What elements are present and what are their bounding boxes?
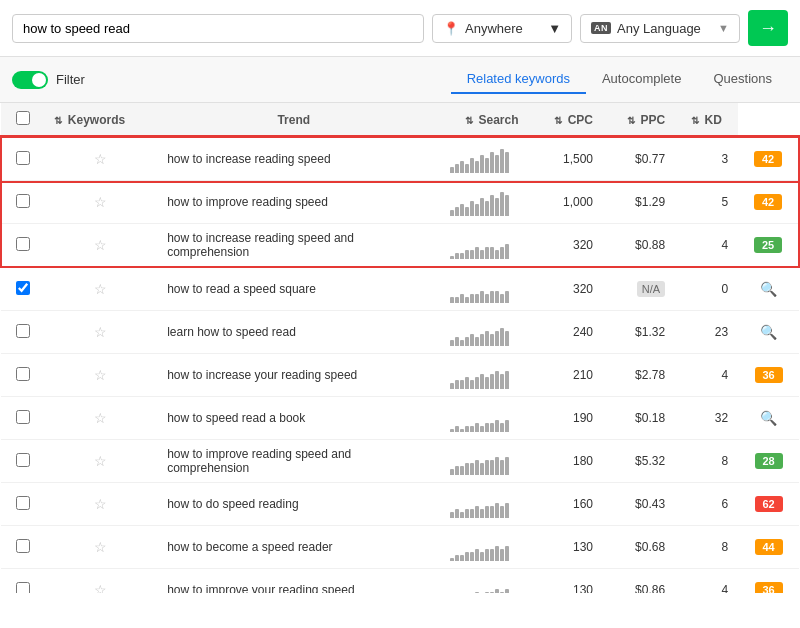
table-row: ☆how to improve reading speed1,000$1.295… [1,181,799,224]
keyword-cell: how to increase reading speed and compre… [157,224,430,268]
table-row: ☆how to do speed reading160$0.43662 [1,483,799,526]
star-icon[interactable]: ☆ [44,224,157,268]
star-icon[interactable]: ☆ [44,311,157,354]
search-volume-cell: 180 [529,440,604,483]
star-icon[interactable]: ☆ [44,440,157,483]
row-checkbox[interactable] [16,410,30,424]
keywords-table: ⇅ Keywords Trend ⇅ Search ⇅ CPC ⇅ PPC [0,103,800,593]
ppc-cell: 4 [675,569,738,594]
ppc-cell: 8 [675,526,738,569]
tab-autocomplete[interactable]: Autocomplete [586,65,698,94]
ppc-cell: 8 [675,440,738,483]
trend-cell [430,137,528,181]
star-icon[interactable]: ☆ [44,267,157,311]
tab-questions[interactable]: Questions [697,65,788,94]
header-cpc[interactable]: ⇅ CPC [529,103,604,137]
select-all-checkbox[interactable] [16,111,30,125]
cpc-cell: N/A [603,267,675,311]
ppc-cell: 4 [675,224,738,268]
top-bar: 📍 Anywhere ▼ AN Any Language ▼ → [0,0,800,57]
row-checkbox[interactable] [16,237,30,251]
location-dropdown[interactable]: 📍 Anywhere ▼ [432,14,572,43]
star-icon[interactable]: ☆ [44,137,157,181]
chevron-down-icon: ▼ [548,21,561,36]
kd-badge: 42 [754,151,782,167]
search-input[interactable] [23,21,413,36]
kd-cell: 28 [738,440,799,483]
ppc-cell: 6 [675,483,738,526]
table-row: ☆how to read a speed square320N/A0🔍 [1,267,799,311]
language-icon: AN [591,22,611,34]
kd-badge: 36 [755,582,783,593]
row-checkbox[interactable] [16,281,30,295]
header-kd[interactable]: ⇅ KD [675,103,738,137]
kd-search-icon: 🔍 [760,410,777,426]
star-icon[interactable]: ☆ [44,354,157,397]
table-row: ☆how to improve reading speed and compre… [1,440,799,483]
keyword-cell: how to increase your reading speed [157,354,430,397]
search-volume-cell: 240 [529,311,604,354]
cpc-cell: $1.29 [603,181,675,224]
keyword-cell: how to improve your reading speed [157,569,430,594]
kd-search-icon: 🔍 [760,281,777,297]
tab-related-keywords[interactable]: Related keywords [451,65,586,94]
cpc-cell: $0.88 [603,224,675,268]
trend-cell [430,181,528,224]
star-icon[interactable]: ☆ [44,397,157,440]
header-checkbox-cell[interactable] [1,103,44,137]
trend-cell [430,311,528,354]
row-checkbox[interactable] [16,324,30,338]
star-icon[interactable]: ☆ [44,526,157,569]
filter-bar: Filter Related keywords Autocomplete Que… [0,57,800,103]
header-search[interactable]: ⇅ Search [430,103,528,137]
row-checkbox[interactable] [16,582,30,594]
row-checkbox[interactable] [16,151,30,165]
kd-cell: 25 [738,224,799,268]
trend-cell [430,354,528,397]
search-input-wrap[interactable] [12,14,424,43]
kd-cell: 42 [738,137,799,181]
arrow-right-icon: → [759,18,777,39]
cpc-cell: $5.32 [603,440,675,483]
cpc-cell: $1.32 [603,311,675,354]
ppc-cell: 4 [675,354,738,397]
row-checkbox[interactable] [16,194,30,208]
kd-badge: 25 [754,237,782,253]
language-dropdown[interactable]: AN Any Language ▼ [580,14,740,43]
cpc-cell: $0.43 [603,483,675,526]
row-checkbox[interactable] [16,453,30,467]
table-row: ☆how to increase reading speed1,500$0.77… [1,137,799,181]
search-volume-cell: 1,000 [529,181,604,224]
trend-cell [430,397,528,440]
star-icon[interactable]: ☆ [44,569,157,594]
header-keywords[interactable]: ⇅ Keywords [44,103,157,137]
star-icon[interactable]: ☆ [44,483,157,526]
kd-cell: 62 [738,483,799,526]
row-checkbox[interactable] [16,539,30,553]
row-checkbox[interactable] [16,367,30,381]
keyword-cell: how to read a speed square [157,267,430,311]
search-volume-cell: 160 [529,483,604,526]
search-volume-cell: 190 [529,397,604,440]
sort-arrows-cpc: ⇅ [554,115,562,126]
table-row: ☆how to increase your reading speed210$2… [1,354,799,397]
kd-cell: 42 [738,181,799,224]
row-checkbox[interactable] [16,496,30,510]
ppc-cell: 23 [675,311,738,354]
kd-badge: 62 [755,496,783,512]
keyword-cell: how to speed read a book [157,397,430,440]
filter-label[interactable]: Filter [56,72,85,87]
sort-arrows-kd: ⇅ [691,115,699,126]
ppc-cell: 32 [675,397,738,440]
kd-cell: 🔍 [738,311,799,354]
keyword-cell: how to increase reading speed [157,137,430,181]
star-icon[interactable]: ☆ [44,181,157,224]
filter-toggle[interactable] [12,71,48,89]
kd-cell: 44 [738,526,799,569]
table-row: ☆how to increase reading speed and compr… [1,224,799,268]
search-volume-cell: 130 [529,526,604,569]
table-row: ☆how to become a speed reader130$0.68844 [1,526,799,569]
search-button[interactable]: → [748,10,788,46]
location-pin-icon: 📍 [443,21,459,36]
header-ppc[interactable]: ⇅ PPC [603,103,675,137]
